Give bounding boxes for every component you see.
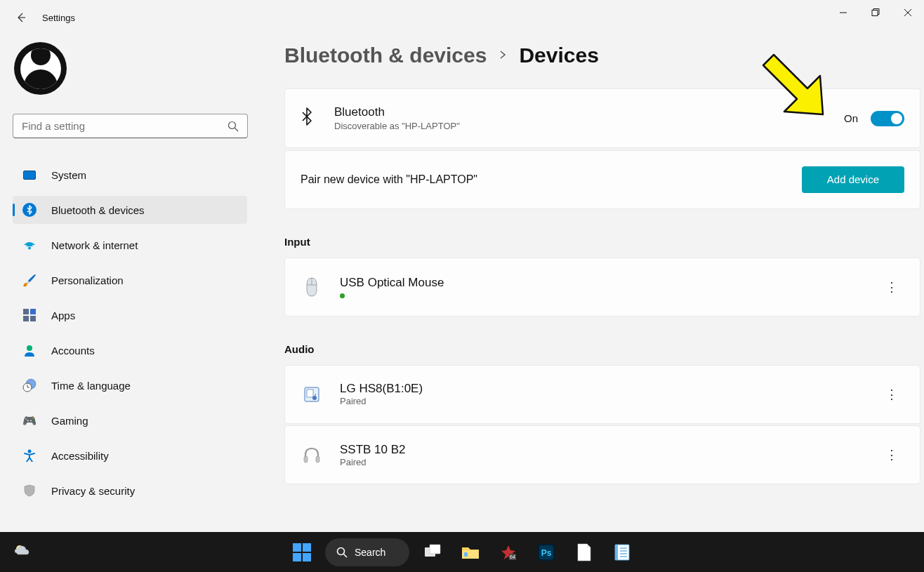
nav-label: System: [51, 169, 86, 181]
nav-label: Apps: [51, 310, 75, 321]
nav-time-language[interactable]: Time & language: [13, 371, 247, 399]
accessibility-icon: [22, 448, 37, 463]
nav-label: Personalization: [51, 274, 124, 286]
breadcrumb-current: Devices: [519, 44, 598, 67]
nav-personalization[interactable]: 🖌️ Personalization: [13, 266, 247, 294]
svg-text:64: 64: [510, 554, 515, 559]
device-row-sstb[interactable]: SSTB 10 B2 Paired ⋮: [284, 425, 920, 484]
device-status: Paired: [340, 457, 879, 467]
device-name: LG HS8(B1:0E): [340, 382, 879, 396]
nav-label: Accounts: [51, 345, 95, 357]
device-row-mouse[interactable]: USB Optical Mouse ⋮: [284, 258, 920, 317]
bluetooth-subtitle: Discoverable as "HP-LAPTOP": [334, 121, 844, 131]
window-title: Settings: [42, 13, 75, 23]
svg-rect-9: [23, 316, 29, 321]
nav-label: Accessibility: [51, 450, 109, 462]
taskbar-search-label: Search: [355, 547, 385, 558]
svg-point-11: [27, 345, 32, 351]
main-content: Bluetooth & devices Devices Bluetooth Di…: [284, 44, 924, 532]
svg-point-6: [28, 247, 31, 250]
svg-line-5: [235, 128, 239, 131]
svg-rect-39: [615, 545, 618, 560]
device-name: SSTB 10 B2: [340, 443, 879, 457]
minimize-button[interactable]: [827, 0, 859, 25]
nav-network[interactable]: Network & internet: [13, 231, 247, 259]
bluetooth-state-label: On: [844, 112, 858, 124]
taskbar-explorer[interactable]: [456, 538, 485, 567]
status-dot-icon: [340, 293, 345, 298]
more-options-button[interactable]: ⋮: [879, 274, 904, 300]
device-name: USB Optical Mouse: [340, 276, 879, 290]
sidebar: System Bluetooth & devices Network & int…: [0, 35, 260, 532]
bluetooth-icon: [22, 203, 37, 217]
gamepad-icon: 🎮: [22, 413, 37, 427]
nav-label: Network & internet: [51, 239, 138, 251]
bluetooth-card: Bluetooth Discoverable as "HP-LAPTOP" On: [284, 88, 920, 148]
nav-privacy[interactable]: Privacy & security: [13, 477, 247, 505]
headphones-icon: [301, 445, 323, 465]
search-field[interactable]: [22, 120, 227, 132]
svg-rect-7: [23, 309, 29, 314]
nav-label: Privacy & security: [51, 485, 135, 497]
nav-bluetooth-devices[interactable]: Bluetooth & devices: [13, 196, 247, 224]
back-button[interactable]: [14, 11, 28, 25]
taskbar-start[interactable]: [287, 538, 317, 567]
svg-point-27: [338, 547, 345, 554]
nav-accessibility[interactable]: Accessibility: [13, 441, 247, 470]
svg-rect-32: [464, 552, 468, 557]
svg-rect-19: [316, 456, 319, 463]
taskbar: Search 64 Ps: [0, 532, 924, 572]
section-input-header: Input: [284, 236, 924, 248]
svg-point-4: [229, 121, 236, 128]
nav-gaming[interactable]: 🎮 Gaming: [13, 406, 247, 434]
svg-point-17: [312, 396, 317, 400]
nav-accounts[interactable]: Accounts: [13, 336, 247, 364]
svg-text:Ps: Ps: [541, 548, 552, 558]
close-button[interactable]: [892, 0, 924, 25]
nav-system[interactable]: System: [13, 161, 247, 189]
svg-rect-8: [30, 309, 36, 314]
pair-text: Pair new device with "HP-LAPTOP": [301, 173, 477, 186]
chevron-right-icon: [499, 49, 506, 62]
search-icon: [227, 121, 239, 132]
taskbar-search[interactable]: Search: [325, 538, 409, 566]
device-status: Paired: [340, 396, 879, 406]
svg-rect-18: [304, 456, 308, 463]
search-icon: [336, 547, 348, 558]
nav-label: Gaming: [51, 415, 88, 427]
nav-apps[interactable]: Apps: [13, 301, 247, 329]
search-input[interactable]: [13, 114, 248, 138]
more-options-button[interactable]: ⋮: [879, 442, 904, 467]
nav-label: Bluetooth & devices: [51, 204, 145, 216]
window-controls: [827, 0, 924, 25]
svg-point-14: [28, 450, 32, 453]
taskbar-weather[interactable]: [13, 541, 31, 564]
add-device-button[interactable]: Add device: [802, 166, 904, 193]
svg-rect-1: [872, 11, 878, 16]
clock-globe-icon: [22, 378, 37, 392]
paintbrush-icon: 🖌️: [22, 273, 37, 287]
wifi-icon: [22, 238, 37, 252]
svg-rect-30: [430, 545, 440, 554]
pair-device-card: Pair new device with "HP-LAPTOP" Add dev…: [284, 150, 920, 209]
audio-device-icon: [301, 386, 323, 403]
device-row-lg[interactable]: LG HS8(B1:0E) Paired ⋮: [284, 365, 920, 424]
svg-rect-16: [307, 390, 313, 397]
taskbar-app-red[interactable]: 64: [494, 538, 523, 567]
bluetooth-title: Bluetooth: [334, 105, 844, 119]
system-icon: [22, 168, 37, 182]
svg-rect-10: [30, 316, 36, 321]
more-options-button[interactable]: ⋮: [879, 382, 904, 407]
section-audio-header: Audio: [284, 343, 924, 355]
title-bar: Settings: [0, 0, 924, 35]
bluetooth-toggle[interactable]: [871, 111, 904, 126]
bluetooth-icon: [301, 107, 313, 130]
taskbar-photoshop[interactable]: Ps: [532, 538, 561, 567]
breadcrumb-parent[interactable]: Bluetooth & devices: [284, 44, 487, 67]
maximize-button[interactable]: [859, 0, 892, 25]
shield-icon: [22, 484, 37, 498]
taskbar-notepad[interactable]: [607, 538, 637, 567]
user-avatar[interactable]: [14, 42, 67, 95]
taskbar-taskview[interactable]: [418, 538, 447, 567]
taskbar-app-doc[interactable]: [569, 538, 599, 567]
